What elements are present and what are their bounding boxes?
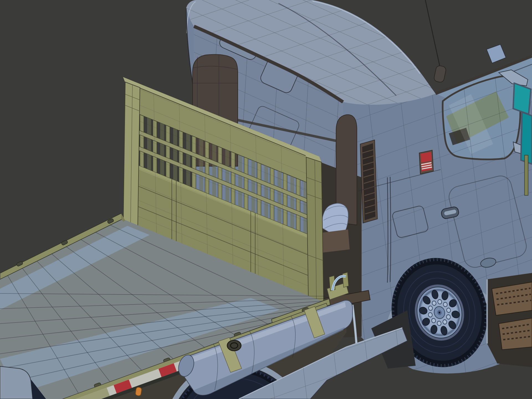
tank-cap <box>227 340 241 351</box>
mirror-strut <box>525 155 528 195</box>
bunk-ledge <box>321 229 350 253</box>
side-vent-grille <box>360 140 377 223</box>
reflector-badge <box>419 150 433 174</box>
entry-steps <box>487 273 532 367</box>
viewport-3d[interactable]: 3D modeling viewport — wireframe flatbed… <box>0 0 532 399</box>
mirror-glass-upper <box>513 83 531 114</box>
